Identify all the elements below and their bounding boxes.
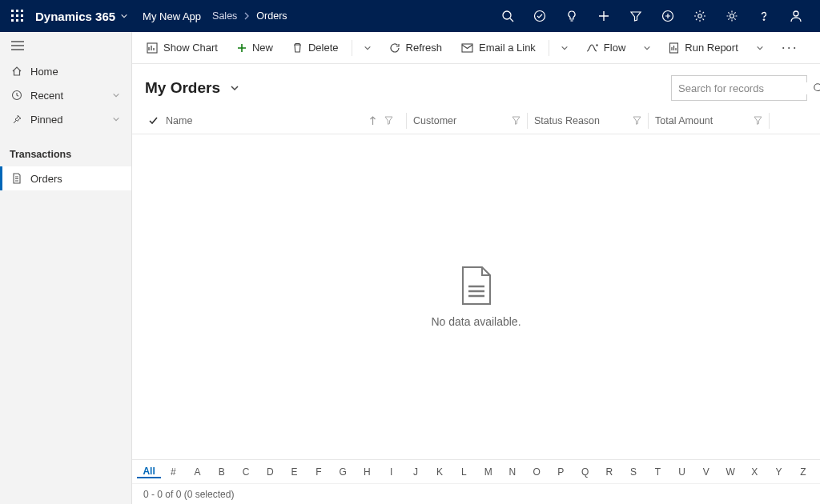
breadcrumb: Sales Orders bbox=[212, 10, 287, 22]
cmd-run-report[interactable]: Run Report bbox=[661, 32, 746, 64]
alpha-filter-t[interactable]: T bbox=[645, 466, 669, 478]
alpha-filter-p[interactable]: P bbox=[549, 466, 573, 478]
alpha-filter-q[interactable]: Q bbox=[573, 466, 597, 478]
alpha-filter-k[interactable]: K bbox=[428, 466, 452, 478]
brand-label: Dynamics 365 bbox=[35, 10, 115, 23]
pin-icon bbox=[11, 114, 22, 125]
column-status-reason[interactable]: Status Reason bbox=[528, 115, 648, 126]
select-all-checkbox[interactable] bbox=[148, 115, 166, 126]
sort-asc-icon[interactable] bbox=[369, 116, 376, 126]
filter-icon[interactable] bbox=[633, 116, 648, 125]
report-icon bbox=[669, 42, 679, 54]
sidebar-item-recent[interactable]: Recent bbox=[0, 83, 131, 107]
sidebar: Home Recent Pinned Transactions Orders bbox=[0, 32, 132, 504]
svg-point-14 bbox=[763, 19, 765, 21]
add-record-icon[interactable] bbox=[652, 0, 684, 32]
svg-point-9 bbox=[503, 11, 511, 19]
alpha-filter-#[interactable]: # bbox=[161, 466, 185, 478]
delete-dropdown[interactable] bbox=[357, 32, 378, 64]
column-total-amount[interactable]: Total Amount bbox=[649, 115, 769, 126]
column-name[interactable]: Name bbox=[166, 115, 406, 126]
svg-point-19 bbox=[596, 44, 597, 46]
record-search[interactable] bbox=[671, 75, 807, 101]
alpha-filter-n[interactable]: N bbox=[500, 466, 525, 478]
alpha-filter-u[interactable]: U bbox=[670, 466, 694, 478]
gear-icon[interactable] bbox=[716, 0, 748, 32]
cmd-label: Run Report bbox=[685, 42, 738, 54]
email-dropdown[interactable] bbox=[554, 32, 575, 64]
column-separator[interactable] bbox=[769, 113, 770, 129]
svg-rect-3 bbox=[11, 14, 14, 17]
cmd-show-chart[interactable]: Show Chart bbox=[139, 32, 226, 64]
brand-switcher[interactable]: Dynamics 365 bbox=[32, 10, 131, 23]
alpha-filter-z[interactable]: Z bbox=[791, 466, 815, 478]
more-commands-icon[interactable]: ··· bbox=[774, 39, 806, 56]
user-icon[interactable] bbox=[780, 0, 812, 32]
clock-icon bbox=[11, 90, 22, 101]
help-icon[interactable] bbox=[748, 0, 780, 32]
sidebar-item-home[interactable]: Home bbox=[0, 59, 131, 83]
app-launcher-icon[interactable] bbox=[3, 10, 32, 22]
cmd-delete[interactable]: Delete bbox=[284, 32, 347, 64]
alpha-filter-x[interactable]: X bbox=[742, 466, 766, 478]
cmd-new[interactable]: New bbox=[229, 32, 281, 64]
view-header: My Orders bbox=[132, 64, 820, 107]
sidebar-item-label: Recent bbox=[30, 90, 63, 102]
alpha-filter-a[interactable]: A bbox=[186, 466, 210, 478]
cmd-label: Delete bbox=[308, 42, 339, 54]
alpha-filter-f[interactable]: F bbox=[307, 466, 331, 478]
search-icon[interactable] bbox=[813, 82, 820, 94]
alpha-filter-v[interactable]: V bbox=[694, 466, 718, 478]
search-input[interactable] bbox=[678, 82, 813, 94]
chevron-down-icon bbox=[112, 91, 120, 99]
filter-icon[interactable] bbox=[754, 116, 769, 125]
cmd-label: New bbox=[252, 42, 273, 54]
grid-footer: 0 - 0 of 0 (0 selected) bbox=[132, 483, 820, 504]
alpha-filter-e[interactable]: E bbox=[283, 466, 307, 478]
filter-icon[interactable] bbox=[512, 116, 527, 125]
alpha-filter-all[interactable]: All bbox=[137, 466, 161, 478]
lightbulb-icon[interactable] bbox=[556, 0, 588, 32]
sidebar-section-transactions: Transactions bbox=[0, 131, 131, 166]
sidebar-toggle[interactable] bbox=[0, 32, 131, 59]
alpha-filter-m[interactable]: M bbox=[476, 466, 500, 478]
alpha-filter-w[interactable]: W bbox=[718, 466, 742, 478]
alpha-filter-b[interactable]: B bbox=[210, 466, 234, 478]
flow-dropdown[interactable] bbox=[637, 32, 657, 64]
cmd-refresh[interactable]: Refresh bbox=[381, 32, 451, 64]
svg-point-10 bbox=[535, 11, 545, 22]
report-dropdown[interactable] bbox=[750, 32, 770, 64]
alpha-filter-s[interactable]: S bbox=[621, 466, 645, 478]
alpha-filter-l[interactable]: L bbox=[452, 466, 476, 478]
cmd-email-link[interactable]: Email a Link bbox=[453, 32, 544, 64]
sidebar-item-orders[interactable]: Orders bbox=[0, 166, 131, 190]
plus-icon[interactable] bbox=[588, 0, 620, 32]
alpha-filter-y[interactable]: Y bbox=[767, 466, 791, 478]
svg-rect-1 bbox=[16, 10, 18, 12]
alpha-filter-o[interactable]: O bbox=[525, 466, 549, 478]
breadcrumb-area[interactable]: Sales bbox=[212, 10, 237, 22]
search-icon[interactable] bbox=[492, 0, 524, 32]
breadcrumb-page: Orders bbox=[256, 10, 287, 22]
alpha-filter-c[interactable]: C bbox=[234, 466, 258, 478]
sidebar-item-pinned[interactable]: Pinned bbox=[0, 107, 131, 131]
funnel-icon[interactable] bbox=[620, 0, 652, 32]
task-icon[interactable] bbox=[524, 0, 556, 32]
alpha-filter-r[interactable]: R bbox=[597, 466, 621, 478]
column-customer[interactable]: Customer bbox=[407, 115, 527, 126]
settings-advanced-icon[interactable] bbox=[684, 0, 716, 32]
svg-rect-5 bbox=[21, 14, 23, 17]
svg-rect-0 bbox=[11, 10, 14, 12]
alpha-filter-i[interactable]: I bbox=[380, 466, 404, 478]
alpha-filter-h[interactable]: H bbox=[355, 466, 379, 478]
alpha-filter-d[interactable]: D bbox=[258, 466, 282, 478]
svg-rect-2 bbox=[21, 10, 23, 12]
alpha-filter-j[interactable]: J bbox=[404, 466, 428, 478]
alpha-filter-g[interactable]: G bbox=[331, 466, 355, 478]
cmd-flow[interactable]: Flow bbox=[578, 32, 633, 64]
flow-icon bbox=[586, 43, 598, 53]
alpha-filter-bar: All#ABCDEFGHIJKLMNOPQRSTUVWXYZ bbox=[132, 459, 820, 483]
view-selector[interactable]: My Orders bbox=[145, 79, 239, 97]
sidebar-item-label: Pinned bbox=[30, 114, 62, 126]
filter-icon[interactable] bbox=[384, 116, 400, 125]
